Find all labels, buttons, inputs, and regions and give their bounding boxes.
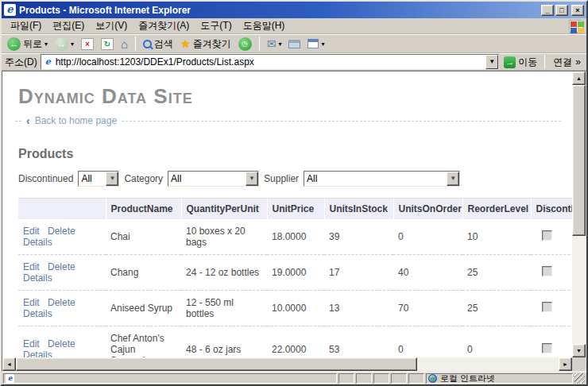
- chevron-down-icon[interactable]: ▼: [246, 172, 258, 186]
- edit-link[interactable]: Edit: [23, 297, 40, 308]
- filter-discontinued-select[interactable]: All ▼: [78, 171, 119, 187]
- horizontal-scrollbar-thumb[interactable]: [16, 357, 417, 371]
- scroll-down-button[interactable]: ▼: [572, 344, 586, 357]
- status-panel: [408, 373, 424, 384]
- cell-unitsonorder: 40: [393, 254, 462, 290]
- menu-tools[interactable]: 도구(T): [195, 17, 237, 34]
- minimize-button[interactable]: _: [541, 5, 554, 16]
- search-button[interactable]: 검색: [141, 37, 176, 52]
- delete-link[interactable]: Delete: [48, 338, 75, 349]
- filter-supplier-select[interactable]: All ▼: [304, 171, 460, 187]
- filter-discontinued-label: Discontinued: [18, 173, 73, 184]
- delete-link[interactable]: Delete: [48, 226, 75, 237]
- actions-cell: Edit Delete Details: [18, 254, 106, 290]
- horizontal-scrollbar[interactable]: ◄ ►: [2, 357, 572, 371]
- close-button[interactable]: ×: [571, 5, 584, 16]
- mail-dropdown-icon[interactable]: ▾: [278, 41, 281, 48]
- vertical-scrollbar-thumb[interactable]: [572, 85, 586, 236]
- mail-button[interactable]: ✉ ▾: [265, 37, 284, 50]
- filter-category-label: Category: [124, 173, 163, 184]
- forward-dropdown-icon[interactable]: ▾: [71, 41, 74, 48]
- edit-button[interactable]: ▾: [305, 38, 327, 49]
- details-link[interactable]: Details: [23, 272, 52, 284]
- edit-icon: [308, 39, 319, 48]
- vertical-scrollbar-track[interactable]: [572, 236, 586, 344]
- details-link[interactable]: Details: [23, 349, 52, 358]
- scroll-up-button[interactable]: ▲: [572, 71, 586, 85]
- status-panel: [373, 373, 389, 384]
- history-icon: ◷: [238, 37, 252, 51]
- ie-icon: e: [4, 4, 16, 16]
- edit-link[interactable]: Edit: [23, 226, 40, 237]
- details-link[interactable]: Details: [23, 308, 52, 319]
- cell-discontinued: [531, 254, 572, 290]
- column-header-actions: [18, 199, 106, 219]
- chevron-down-icon[interactable]: ▼: [106, 172, 118, 186]
- back-row: ‹ Back to home page: [15, 115, 561, 126]
- status-panel: [356, 373, 372, 384]
- cell-unitsonorder: 70: [393, 290, 462, 326]
- links-button[interactable]: 연결 »: [551, 56, 583, 69]
- table-header-row: ProductName QuantityPerUnit UnitPrice Un…: [18, 199, 572, 219]
- links-chevrons-icon: »: [575, 56, 581, 68]
- edit-link[interactable]: Edit: [23, 338, 40, 349]
- discontinued-checkbox[interactable]: [542, 343, 552, 353]
- stop-button[interactable]: ×: [79, 37, 96, 51]
- horizontal-scrollbar-track[interactable]: [417, 357, 559, 371]
- chevron-left-icon: ‹: [26, 116, 30, 125]
- print-icon: [288, 40, 300, 48]
- cell-unitsinstock: 39: [324, 219, 393, 255]
- security-zone-panel: 로컬 인트라넷: [426, 373, 573, 384]
- resize-grip[interactable]: [574, 373, 585, 384]
- address-input[interactable]: e http://localhost:1203/DDEx1/Products/L…: [41, 54, 500, 70]
- vertical-scrollbar[interactable]: ▲ ▼: [572, 71, 586, 357]
- delete-link[interactable]: Delete: [48, 261, 75, 272]
- cell-productname: Chai: [106, 219, 181, 255]
- address-url[interactable]: http://localhost:1203/DDEx1/Products/Lis…: [56, 56, 484, 68]
- cell-unitsinstock: 13: [324, 290, 393, 326]
- edit-link[interactable]: Edit: [23, 261, 40, 272]
- page-icon: e: [43, 57, 53, 68]
- favorites-button[interactable]: ★ 즐겨찾기: [178, 37, 234, 52]
- column-header-productname: ProductName: [106, 199, 181, 219]
- home-button[interactable]: ⌂: [118, 37, 130, 51]
- toolbar-separator: [259, 37, 260, 51]
- print-button[interactable]: [286, 39, 303, 49]
- maximize-button[interactable]: □: [555, 5, 568, 16]
- favorites-label: 즐겨찾기: [193, 37, 231, 51]
- column-header-quantityperunit: QuantityPerUnit: [181, 199, 267, 219]
- menu-help[interactable]: 도움말(H): [238, 17, 291, 34]
- menu-view[interactable]: 보기(V): [90, 17, 133, 34]
- refresh-icon: ↻: [101, 38, 114, 50]
- cell-quantityperunit: 24 - 12 oz bottles: [181, 254, 267, 290]
- back-to-home-link[interactable]: Back to home page: [35, 115, 117, 126]
- cell-unitprice: 22.0000: [267, 326, 324, 357]
- search-icon: [143, 40, 152, 48]
- window-title: Products - Microsoft Internet Explorer: [19, 5, 540, 16]
- address-dropdown-icon[interactable]: ▼: [485, 55, 498, 69]
- delete-link[interactable]: Delete: [48, 297, 75, 308]
- refresh-button[interactable]: ↻: [99, 37, 116, 51]
- details-link[interactable]: Details: [23, 237, 52, 248]
- back-dropdown-icon[interactable]: ▾: [44, 41, 48, 48]
- discontinued-checkbox[interactable]: [542, 266, 552, 276]
- menu-favorites[interactable]: 즐겨찾기(A): [133, 17, 195, 34]
- filter-category-select[interactable]: All ▼: [168, 171, 259, 187]
- edit-dropdown-icon[interactable]: ▾: [321, 41, 324, 48]
- scroll-left-button[interactable]: ◄: [2, 357, 16, 371]
- cell-reorderlevel: 10: [462, 219, 531, 255]
- address-separator: [544, 55, 545, 69]
- menu-file[interactable]: 파일(F): [5, 17, 47, 34]
- cell-unitprice: 10.0000: [267, 290, 324, 326]
- forward-button[interactable]: → ▾: [52, 37, 76, 52]
- go-button[interactable]: → 이동: [502, 56, 539, 69]
- site-title: Dynamic Data Site: [18, 84, 572, 109]
- scroll-right-button[interactable]: ►: [559, 357, 572, 371]
- back-label: 뒤로: [23, 37, 42, 51]
- history-button[interactable]: ◷: [236, 37, 254, 52]
- chevron-down-icon[interactable]: ▼: [447, 172, 459, 186]
- discontinued-checkbox[interactable]: [542, 230, 552, 241]
- back-button[interactable]: ← 뒤로 ▾: [5, 37, 50, 52]
- discontinued-checkbox[interactable]: [542, 302, 552, 312]
- menu-edit[interactable]: 편집(E): [47, 17, 90, 34]
